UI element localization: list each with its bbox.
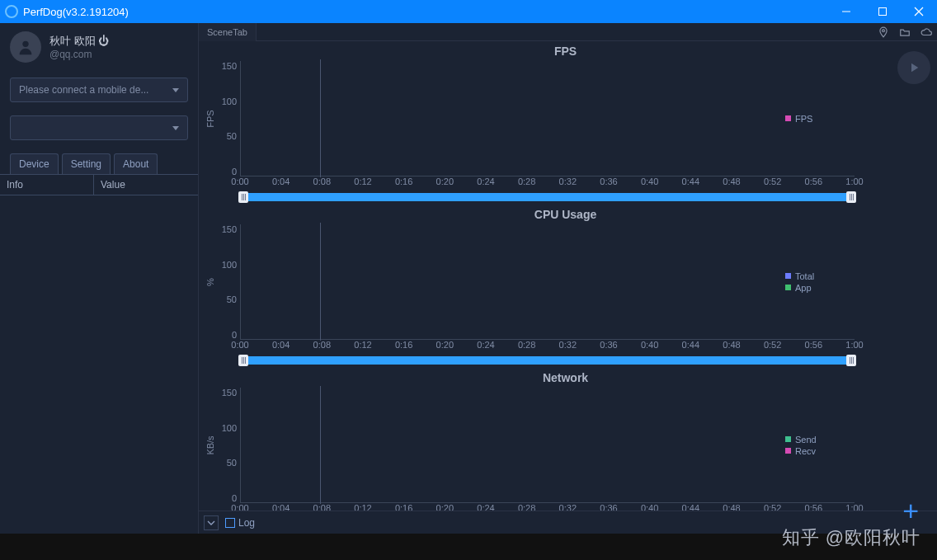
time-range-slider[interactable] bbox=[240, 356, 855, 365]
cloud-icon[interactable] bbox=[916, 23, 937, 41]
charts-area: FPSFPS150100500FPS0:000:040:080:120:160:… bbox=[199, 41, 937, 511]
legend-swatch bbox=[785, 436, 791, 442]
info-table-body bbox=[0, 195, 198, 534]
chart-title: Network bbox=[202, 371, 929, 388]
log-toggle[interactable]: Log bbox=[225, 517, 255, 529]
collapse-button[interactable] bbox=[204, 515, 219, 530]
legend-item: Recv bbox=[785, 446, 855, 456]
legend: FPS bbox=[785, 112, 855, 125]
legend-swatch bbox=[785, 273, 791, 279]
slider-handle-right[interactable] bbox=[846, 355, 856, 366]
chevron-down-icon bbox=[172, 88, 179, 92]
legend-label: Recv bbox=[795, 446, 816, 456]
process-dropdown[interactable] bbox=[10, 115, 188, 140]
y-axis: 150100500 bbox=[219, 61, 240, 176]
chevron-down-icon bbox=[172, 126, 179, 130]
slider-handle-left[interactable] bbox=[238, 191, 248, 203]
main-toolbar: SceneTab bbox=[199, 23, 937, 41]
legend-swatch bbox=[785, 448, 791, 454]
window-title: PerfDog(v3.2.191204) bbox=[23, 6, 129, 18]
footer: Log bbox=[199, 511, 937, 534]
legend-swatch bbox=[785, 285, 791, 290]
time-cursor[interactable] bbox=[320, 386, 321, 504]
x-axis: 0:000:040:080:120:160:200:240:280:320:36… bbox=[240, 503, 855, 511]
svg-point-5 bbox=[883, 29, 885, 31]
info-col-header: Info bbox=[0, 175, 94, 195]
chart-block: CPU Usage%150100500TotalApp0:000:040:080… bbox=[202, 208, 929, 371]
plot-area[interactable]: FPS bbox=[240, 61, 855, 176]
x-axis: 0:000:040:080:120:160:200:240:280:320:36… bbox=[240, 176, 855, 190]
legend-label: App bbox=[795, 283, 812, 293]
info-table-header: Info Value bbox=[0, 174, 198, 195]
slider-handle-right[interactable] bbox=[846, 191, 856, 203]
y-axis: 150100500 bbox=[219, 224, 240, 340]
plot-area[interactable]: TotalApp bbox=[240, 224, 855, 340]
log-label: Log bbox=[238, 517, 255, 529]
time-range-slider[interactable] bbox=[240, 193, 855, 201]
tab-device[interactable]: Device bbox=[10, 153, 59, 174]
time-cursor[interactable] bbox=[320, 59, 321, 177]
svg-rect-1 bbox=[879, 8, 887, 16]
legend-item: Send bbox=[785, 435, 855, 445]
legend-label: Total bbox=[795, 271, 814, 281]
user-email: @qq.com bbox=[49, 49, 109, 60]
device-dropdown-label: Please connect a mobile de... bbox=[19, 84, 148, 96]
legend-item: FPS bbox=[785, 114, 855, 124]
main-area: SceneTab FPSFPS150100500FPS0:000:040:080… bbox=[199, 23, 937, 534]
legend-label: FPS bbox=[795, 114, 812, 124]
legend-item: App bbox=[785, 283, 855, 293]
sidebar: 秋叶 欧阳 ⏻ @qq.com Please connect a mobile … bbox=[0, 23, 199, 534]
y-axis: 150100500 bbox=[219, 388, 240, 503]
plot-area[interactable]: SendRecv bbox=[240, 388, 855, 503]
chart-block: FPSFPS150100500FPS0:000:040:080:120:160:… bbox=[202, 45, 929, 208]
value-col-header: Value bbox=[94, 175, 198, 195]
avatar[interactable] bbox=[10, 31, 41, 63]
tab-about[interactable]: About bbox=[114, 153, 158, 174]
legend-item: Total bbox=[785, 271, 855, 281]
svg-point-4 bbox=[22, 41, 28, 47]
location-icon[interactable] bbox=[873, 23, 894, 41]
y-axis-label: KB/s bbox=[205, 435, 215, 454]
chart-title: FPS bbox=[202, 45, 929, 61]
legend-label: Send bbox=[795, 435, 817, 445]
app-icon bbox=[5, 5, 18, 18]
tab-setting[interactable]: Setting bbox=[62, 153, 111, 174]
log-checkbox[interactable] bbox=[225, 518, 235, 528]
chart-title: CPU Usage bbox=[202, 208, 929, 224]
sidebar-tab-row: Device Setting About bbox=[10, 153, 188, 174]
titlebar: PerfDog(v3.2.191204) bbox=[0, 0, 937, 23]
chart-block: NetworkKB/s150100500SendRecv0:000:040:08… bbox=[202, 371, 929, 511]
time-cursor[interactable] bbox=[320, 223, 321, 341]
device-dropdown[interactable]: Please connect a mobile de... bbox=[10, 78, 188, 102]
legend-swatch bbox=[785, 115, 791, 121]
minimize-button[interactable] bbox=[828, 0, 864, 23]
close-button[interactable] bbox=[901, 0, 937, 23]
y-axis-label: % bbox=[205, 278, 215, 286]
legend: SendRecv bbox=[785, 433, 855, 458]
folder-icon[interactable] bbox=[894, 23, 916, 41]
slider-handle-left[interactable] bbox=[238, 355, 248, 366]
maximize-button[interactable] bbox=[864, 0, 901, 23]
legend: TotalApp bbox=[785, 270, 855, 294]
x-axis: 0:000:040:080:120:160:200:240:280:320:36… bbox=[240, 340, 855, 353]
user-block: 秋叶 欧阳 ⏻ @qq.com bbox=[0, 23, 198, 71]
scene-tab-button[interactable]: SceneTab bbox=[199, 23, 257, 41]
app-body: 秋叶 欧阳 ⏻ @qq.com Please connect a mobile … bbox=[0, 23, 937, 534]
y-axis-label: FPS bbox=[205, 110, 215, 127]
user-name: 秋叶 欧阳 ⏻ bbox=[49, 34, 109, 49]
